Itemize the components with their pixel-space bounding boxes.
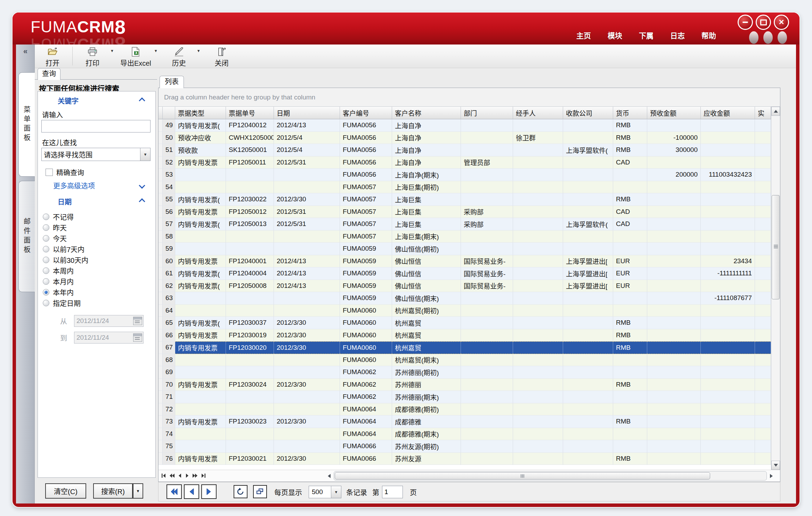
cell-cust_id[interactable]: FUMA0059	[340, 243, 392, 255]
cell-cur[interactable]: EUR	[613, 267, 647, 280]
cell-date[interactable]: 2012/4/13	[274, 119, 340, 132]
cell-adv[interactable]	[647, 305, 701, 317]
fast-next-button[interactable]	[192, 472, 198, 479]
cell-dept[interactable]	[461, 403, 513, 416]
cell-date[interactable]	[274, 428, 340, 441]
cell-cur[interactable]: EUR	[613, 280, 647, 292]
cell-adv[interactable]	[647, 341, 701, 354]
keyword-input[interactable]	[41, 120, 151, 132]
cell-type[interactable]	[175, 428, 226, 441]
cell-cust_name[interactable]: 上海巨集	[392, 206, 461, 218]
cell-cust_name[interactable]: 成都德雅(期末)	[392, 428, 461, 441]
cell-no[interactable]: SK12050001	[226, 144, 274, 156]
cell-cust_id[interactable]: FUMA0057	[340, 218, 392, 231]
cell-adv[interactable]	[647, 403, 701, 416]
radio-icon[interactable]	[43, 300, 49, 306]
column-header[interactable]: 票据类型	[175, 107, 226, 119]
cell-cur[interactable]: RMB	[613, 144, 647, 156]
cell-recv[interactable]: 111003432423	[701, 169, 755, 181]
cell-cust_id[interactable]: FUMA0060	[340, 305, 392, 317]
cell-no[interactable]	[226, 391, 274, 403]
first-page-button[interactable]	[167, 484, 182, 499]
cell-cust_name[interactable]: 上海自净	[392, 132, 461, 144]
cell-adv[interactable]	[647, 379, 701, 391]
open-button[interactable]: 打开	[35, 46, 70, 68]
date-section-header[interactable]: 日期	[38, 196, 155, 207]
cell-date[interactable]: 2012/5/31	[274, 156, 340, 169]
cell-extra[interactable]	[755, 453, 771, 465]
cell-cust_name[interactable]: 上海自净	[392, 144, 461, 156]
cell-cust_name[interactable]: 杭州嘉贸	[392, 317, 461, 329]
cell-cust_name[interactable]: 上海巨集	[392, 218, 461, 231]
cell-no[interactable]	[226, 231, 274, 243]
cell-extra[interactable]	[755, 354, 771, 366]
cell-recv[interactable]	[701, 218, 755, 231]
cell-handler[interactable]	[513, 317, 563, 329]
cell-extra[interactable]	[755, 416, 771, 428]
cell-extra[interactable]	[755, 231, 771, 243]
prev-record-button[interactable]	[177, 472, 183, 479]
cell-handler[interactable]	[513, 267, 563, 280]
search-button[interactable]: 搜索(R)	[93, 483, 133, 499]
cell-dept[interactable]	[461, 440, 513, 453]
first-record-button[interactable]	[161, 472, 168, 479]
cell-recv[interactable]	[701, 181, 755, 194]
close-button[interactable]: ×	[774, 15, 789, 30]
chevron-down-icon[interactable]: ▼	[140, 148, 150, 161]
cell-recv[interactable]: -1111087677	[701, 292, 755, 305]
cell-dept[interactable]: 国际贸易业务-	[461, 267, 513, 280]
cell-cust_id[interactable]: FUMA0062	[340, 366, 392, 379]
table-row[interactable]: 49内销专用发票(FP120400122012/4/13FUMA0056上海自净…	[159, 119, 771, 132]
date-option[interactable]: 以前7天内	[38, 244, 155, 255]
cell-cust_name[interactable]: 杭州嘉贸(期初)	[392, 305, 461, 317]
cell-adv[interactable]	[647, 440, 701, 453]
cell-adv[interactable]: -100000	[647, 132, 701, 144]
next-page-button[interactable]	[201, 484, 217, 499]
cell-company[interactable]: 上海孚盟进出[	[563, 267, 613, 280]
cell-cust_id[interactable]: FUMA0059	[340, 292, 392, 305]
cell-date[interactable]	[274, 181, 340, 194]
table-row[interactable]: 58FUMA0057上海巨集(期末)	[159, 231, 771, 243]
cell-type[interactable]: 内销专用发票	[175, 379, 226, 391]
cell-extra[interactable]	[755, 317, 771, 329]
cell-cur[interactable]	[613, 231, 647, 243]
cell-company[interactable]	[563, 193, 613, 206]
cell-type[interactable]	[175, 305, 226, 317]
vertical-scrollbar-thumb[interactable]	[772, 195, 780, 299]
column-header[interactable]: 部门	[461, 107, 513, 119]
cell-company[interactable]	[563, 329, 613, 342]
cell-cust_name[interactable]: 上海巨集	[392, 193, 461, 206]
cell-no[interactable]	[226, 181, 274, 194]
table-row[interactable]: 64FUMA0060杭州嘉贸(期初)	[159, 305, 771, 317]
column-header[interactable]: 货币	[613, 107, 647, 119]
table-row[interactable]: 75FUMA0066苏州友源(期初)	[159, 440, 771, 453]
cell-cur[interactable]: CAD	[613, 206, 647, 218]
cell-cur[interactable]	[613, 403, 647, 416]
cell-extra[interactable]	[755, 440, 771, 453]
cell-type[interactable]: 内销专用发票(	[175, 280, 226, 292]
cell-cust_name[interactable]: 上海巨集(期初)	[392, 181, 461, 194]
from-date-field[interactable]: 2012/11/24	[74, 315, 144, 327]
cell-cur[interactable]	[613, 354, 647, 366]
cell-date[interactable]: 2012/3/30	[274, 317, 340, 329]
cell-type[interactable]: 内销专用发票	[175, 255, 226, 268]
menu-item-3[interactable]: 下属	[639, 30, 653, 40]
cell-cust_id[interactable]: FUMA0062	[340, 391, 392, 403]
cell-cust_name[interactable]: 佛山恒信	[392, 267, 461, 280]
cell-type[interactable]: 预收冲应收	[175, 132, 226, 144]
cell-no[interactable]	[226, 243, 274, 255]
table-row[interactable]: 59FUMA0059佛山恒信(期初)	[159, 243, 771, 255]
cell-dept[interactable]	[461, 144, 513, 156]
cell-type[interactable]: 预收款	[175, 144, 226, 156]
cell-cust_name[interactable]: 佛山恒信(期末)	[392, 292, 461, 305]
collapse-section-icon[interactable]	[139, 97, 145, 104]
chevron-down-icon[interactable]: ▼	[331, 486, 341, 498]
cell-recv[interactable]	[701, 354, 755, 366]
cell-adv[interactable]	[647, 243, 701, 255]
cell-type[interactable]	[175, 292, 226, 305]
cell-date[interactable]: 2012/3/30	[274, 193, 340, 206]
cell-type[interactable]	[175, 231, 226, 243]
cell-adv[interactable]	[647, 292, 701, 305]
cell-cust_id[interactable]: FUMA0064	[340, 416, 392, 428]
close-view-button[interactable]: 关闭	[204, 46, 239, 68]
